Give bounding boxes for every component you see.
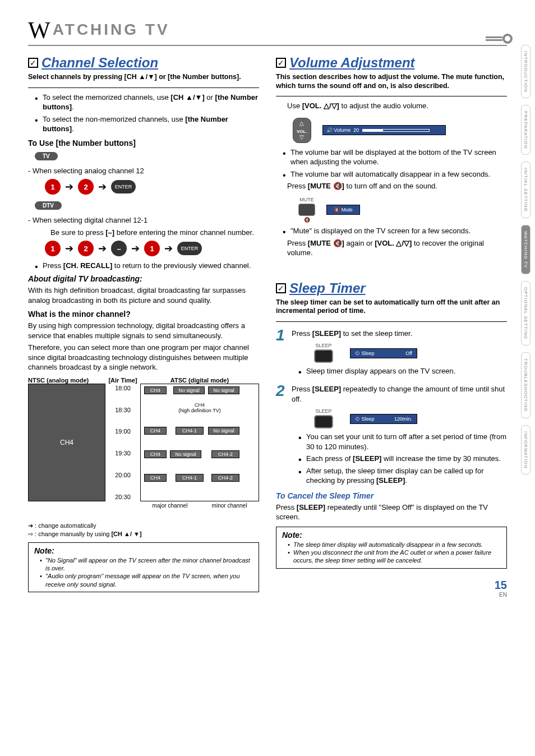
step2-note1: You can set your unit to turn off after … (306, 432, 507, 451)
minor-heading: What is the minor channel? (28, 310, 259, 319)
channel-sub: Select channels by pressing [CH ▲/▼] or … (28, 73, 259, 82)
outline-arrow-icon: ⇨ (28, 531, 35, 537)
key-enter: ENTER (111, 180, 136, 193)
mute-bullet1: "Mute" is displayed on the TV screen for… (290, 226, 507, 236)
step1-text: Press [SLEEP] to set the sleep timer. (292, 329, 507, 339)
volume-sub: This section describes how to adjust the… (276, 73, 507, 90)
vol-use: Use [VOL. △/▽] to adjust the audio volum… (287, 101, 507, 111)
arrow-icon: ➔ (65, 242, 73, 255)
step-2-number: 2 (276, 382, 288, 488)
page-footer: 15 EN (495, 579, 507, 598)
time-column: 18:00 18:30 19:00 19:30 20:00 20:30 (105, 384, 140, 501)
arrow-icon: ➔ (98, 181, 107, 193)
note-item: When you disconnect the unit from the AC… (288, 548, 501, 565)
note-item: "Audio only program" message will appear… (40, 572, 253, 588)
minor-para2: Therefore, you can select more than one … (28, 343, 259, 372)
arrow-icon: ➔ (164, 242, 173, 255)
bullet-memorized: To select the memorized channels, use [C… (43, 93, 259, 112)
key-2: 2 (78, 179, 94, 195)
pill-tv: TV (35, 152, 58, 160)
key-sequence-analog: 1 ➔ 2 ➔ ENTER (45, 179, 259, 195)
key-1b: 1 (144, 241, 160, 256)
checkbox-icon: ✓ (28, 58, 38, 68)
key-sequence-digital: 1 ➔ 2 ➔ – ➔ 1 ➔ ENTER (45, 241, 259, 256)
divider (276, 321, 507, 322)
section-sleep-timer: Sleep Timer (289, 280, 366, 296)
divider (276, 96, 507, 96)
ntsc-cell: CH4 (28, 384, 105, 501)
about-para: With its high definition broadcast, digi… (28, 285, 259, 305)
tab-troubleshooting[interactable]: TROUBLESHOOTING (521, 352, 531, 418)
bullet-recall: Press [CH. RECALL] to return to the prev… (43, 261, 259, 271)
note-item: The sleep timer display will automatical… (288, 541, 501, 548)
sleep-button-graphic: SLEEP (314, 408, 333, 430)
minor-label: minor channel (200, 503, 259, 509)
key-1: 1 (45, 241, 61, 256)
digital-example-1: - When selecting digital channel 12-1 (28, 215, 259, 225)
chapter-marker (486, 34, 513, 44)
key-1: 1 (45, 179, 61, 195)
osd-sleep-off: ⏲ SleepOff (350, 348, 417, 358)
step2-note3: After setup, the sleep timer display can… (306, 466, 507, 486)
osd-mute: 🔇 Mute (326, 205, 360, 215)
tab-watching-tv[interactable]: WATCHING TV (521, 225, 531, 274)
section-channel-selection: Channel Selection (41, 55, 158, 71)
vol-button-graphic: △VOL.▽ (293, 118, 311, 143)
vol-bullet2: The volume bar will automatically disapp… (290, 169, 507, 179)
step2-note2: Each press of [SLEEP] will increase the … (306, 454, 507, 464)
note-box-right: Note: The sleep timer display will autom… (276, 527, 507, 569)
key-enter: ENTER (177, 242, 202, 255)
mute-recover: Press [MUTE 🔇] again or [VOL. △/▽] to re… (287, 238, 507, 258)
cancel-heading: To Cancel the Sleep Timer (276, 491, 507, 500)
arrow-icon: ➔ (131, 242, 140, 255)
divider (28, 87, 259, 88)
arrow-icon: ➔ (98, 242, 107, 255)
channel-chart: NTSC (analog mode) [Air Time] ATSC (digi… (28, 377, 259, 509)
side-tabs: INTRODUCTION PREPARATION INITIAL SETTING… (521, 45, 531, 474)
arrow-icon: ➔ (65, 181, 73, 193)
airtime-header: [Air Time] (105, 377, 140, 384)
chapter-title: WATCHING TV (28, 17, 507, 46)
section-volume-adjustment: Volume Adjustment (289, 55, 415, 71)
analog-example: - When selecting analog channel 12 (28, 166, 259, 176)
bullet-nonmemorized: To select the non-memorized channels, us… (43, 114, 259, 134)
chapter-rest: ATCHING TV (53, 21, 170, 38)
pill-dtv: DTV (35, 201, 62, 210)
sleep-button-graphic: SLEEP (314, 343, 333, 364)
vol-bullet1: The volume bar will be displayed at the … (290, 147, 507, 167)
cancel-para: Press [SLEEP] repeatedly until "Sleep Of… (276, 503, 507, 522)
note-item: "No Signal" will appear on the TV screen… (40, 556, 253, 573)
chapter-big-letter: W (28, 17, 53, 43)
checkbox-icon: ✓ (276, 58, 286, 68)
checkbox-icon: ✓ (276, 283, 286, 293)
note-box-left: Note: "No Signal" will appear on the TV … (28, 542, 259, 592)
tab-introduction[interactable]: INTRODUCTION (521, 45, 531, 98)
legend: ➔ : change automatically ⇨ : change manu… (28, 522, 259, 538)
mute-button-graphic: MUTE🔇 (298, 197, 315, 223)
minor-para1: By using high compression technology, di… (28, 321, 259, 340)
sleep-sub: The sleep timer can be set to automatica… (276, 298, 507, 316)
step1-note: Sleep timer display appears on the TV sc… (306, 366, 507, 376)
osd-volume-bar: 🔊 Volume 20 (322, 125, 446, 135)
heading-use-number-buttons: To Use [the Number buttons] (28, 139, 259, 147)
tab-information[interactable]: INFORMATION (521, 425, 531, 474)
atsc-header: ATSC (digital mode) (140, 377, 259, 384)
step2-text: Press [SLEEP] repeatedly to change the a… (292, 384, 507, 404)
key-2: 2 (78, 241, 94, 256)
tab-preparation[interactable]: PREPARATION (521, 105, 531, 155)
major-label: major channel (140, 503, 200, 509)
solid-arrow-icon: ➔ (28, 522, 35, 529)
atsc-grid: CH4 No signal No signal CH4(high definit… (140, 384, 259, 501)
ntsc-header: NTSC (analog mode) (28, 377, 105, 384)
tab-optional-setting[interactable]: OPTIONAL SETTING (521, 281, 531, 345)
about-heading: About digital TV broadcasting: (28, 274, 259, 283)
key-dash: – (111, 241, 127, 256)
tab-initial-setting[interactable]: INITIAL SETTING (521, 162, 531, 218)
step-1-number: 1 (276, 326, 288, 379)
digital-example-2: Be sure to press [–] before entering the… (50, 228, 259, 238)
mute-press: Press [MUTE 🔇] to turn off and on the so… (287, 181, 507, 191)
osd-sleep-120: ⏲ Sleep120min. (350, 414, 417, 424)
